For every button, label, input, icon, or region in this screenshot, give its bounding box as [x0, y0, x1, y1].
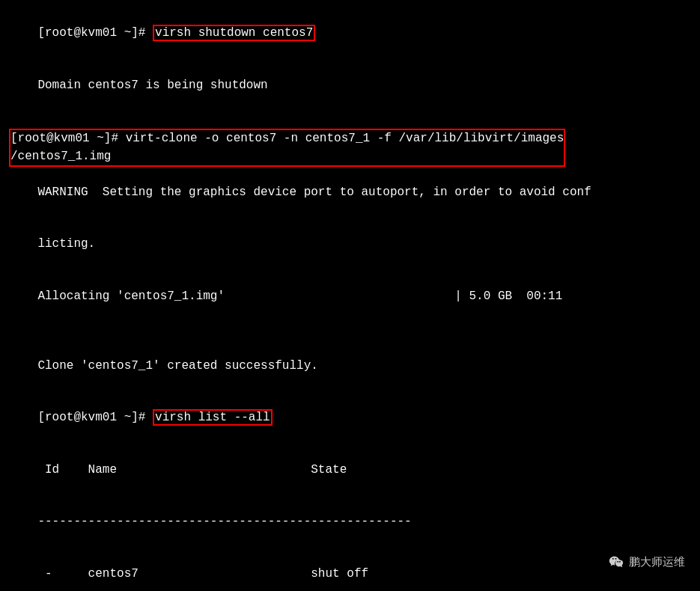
- blank-1: [9, 111, 691, 129]
- warning-text-2: licting.: [37, 237, 95, 251]
- prompt-virsh-list: [root@kvm01 ~]#: [37, 411, 153, 424]
- wechat-icon: [608, 554, 624, 570]
- allocating-progress: | 5.0 GB 00:11: [225, 290, 562, 303]
- table-header: Id Name State: [9, 444, 691, 497]
- prompt-1: [root@kvm01 ~]#: [37, 26, 153, 40]
- line-virsh-list: [root@kvm01 ~]# virsh list --all: [9, 392, 691, 444]
- line-warning-2: licting.: [9, 218, 691, 271]
- line-clone-success: Clone 'centos7_1' created successfully.: [9, 340, 691, 393]
- line-1: [root@kvm01 ~]# virsh shutdown centos7: [9, 7, 691, 60]
- line-2: Domain centos7 is being shutdown: [9, 60, 691, 112]
- warning-text-1: WARNING Setting the graphics device port…: [37, 186, 591, 199]
- line-virt-clone-1: [root@kvm01 ~]# virt-clone -o centos7 -n…: [10, 130, 564, 147]
- shutdown-output: Domain centos7 is being shutdown: [37, 79, 267, 92]
- cmd-shutdown: virsh shutdown centos7: [153, 25, 315, 41]
- virt-clone-cont: /centos7_1.img: [10, 150, 111, 163]
- line-warning-1: WARNING Setting the graphics device port…: [9, 167, 691, 219]
- cmd-virsh-list: virsh list --all: [153, 409, 273, 426]
- clone-success-text: Clone 'centos7_1' created successfully.: [37, 359, 317, 373]
- terminal-window: [root@kvm01 ~]# virsh shutdown centos7 D…: [0, 0, 700, 591]
- virt-clone-block: [root@kvm01 ~]# virt-clone -o centos7 -n…: [9, 129, 565, 166]
- blank-2: [9, 322, 691, 340]
- table-separator: ----------------------------------------…: [9, 496, 691, 548]
- allocating-text: Allocating 'centos7_1.img': [37, 290, 225, 303]
- separator-text: ----------------------------------------…: [37, 515, 411, 528]
- watermark: 鹏大师运维: [608, 554, 685, 570]
- line-allocating: Allocating 'centos7_1.img' | 5.0 GB 00:1…: [9, 271, 691, 323]
- table-header-text: Id Name State: [37, 463, 347, 477]
- table-row-centos7: - centos7 shut off: [9, 548, 691, 591]
- centos7-row-text: - centos7 shut off: [37, 567, 368, 581]
- line-virt-clone-2: /centos7_1.img: [10, 148, 564, 165]
- prompt-virt-clone: [root@kvm01 ~]# virt-clone -o centos7 -n…: [10, 132, 564, 145]
- watermark-text: 鹏大师运维: [629, 555, 685, 569]
